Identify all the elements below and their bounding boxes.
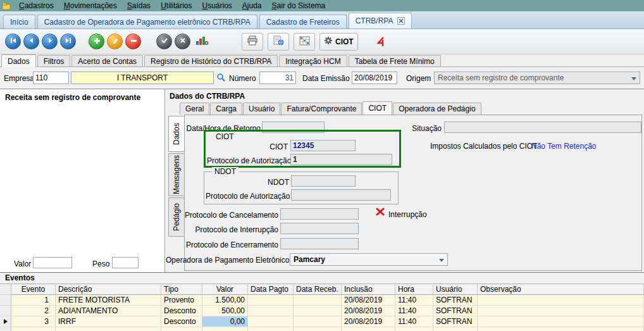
cell-usuario[interactable]: SOFTRAN [433,316,478,327]
cell-observacao[interactable] [478,316,644,327]
protocolo-cancelamento-input[interactable] [280,208,359,220]
ctrb-tab-geral[interactable]: Geral [180,103,209,115]
application-window: Cadastros Movimentações Saídas Utilitári… [0,0,644,331]
menu-ajuda[interactable]: Ajuda [237,1,267,11]
tab-cadastro-freteiros[interactable]: Cadastro de Freteiros [259,15,347,28]
chart-settings-button[interactable] [193,33,211,51]
cell-data-pagto[interactable] [248,306,294,316]
cell-data-receb[interactable] [294,306,342,316]
situacao-input[interactable] [444,122,641,133]
cell-inclusao[interactable]: 20/08/2019 [342,295,395,306]
page-tab-registro-historico[interactable]: Registro de Histórico do CTRB/RPA [144,55,278,66]
delete-record-button[interactable] [125,34,141,49]
cell-evento[interactable]: 3 [11,316,56,327]
protocolo-interrupcao-input[interactable] [280,223,359,234]
ndot-protocolo-label: Protocolo de Autorização [206,191,289,201]
cell-tipo[interactable]: Desconto [161,306,202,316]
cell-observacao[interactable] [478,295,644,306]
cell-descricao[interactable]: FRETE MOTORISTA [56,295,161,306]
print-button[interactable] [242,33,263,51]
menu-saidas[interactable]: Saídas [122,1,156,11]
numero-input[interactable] [259,72,296,84]
ctrb-tab-carga[interactable]: Carga [210,103,242,115]
side-tab-mensagens[interactable]: Mensagens [168,153,185,196]
add-record-button[interactable] [89,34,104,49]
cell-data-receb[interactable] [294,295,342,306]
confirm-button[interactable] [156,34,172,49]
col-header-evento: Evento [11,284,56,295]
row-selector-active[interactable] [0,316,11,327]
ctrb-tab-usuario[interactable]: Usuário [243,103,280,115]
next-record-button[interactable] [42,34,58,49]
protocolo-autorizacao-input[interactable] [290,154,392,165]
first-record-button[interactable] [5,34,21,49]
cell-observacao[interactable] [478,306,644,316]
origem-select[interactable]: Receita sem registro de comprovante [434,72,640,84]
side-tab-dados[interactable]: Dados [168,116,185,152]
spreadsheet-button[interactable] [294,33,315,51]
empresa-name-input[interactable] [71,72,214,84]
cancel-button[interactable] [175,34,190,49]
cell-valor[interactable]: 1.500,00 [202,295,248,306]
tab-cadastro-operadora[interactable]: Cadastro de Operadora de Pagamento eletr… [37,15,257,28]
ciot-input[interactable] [290,140,356,151]
minus-icon [130,37,137,46]
page-tab-tabela-frete-minimo[interactable]: Tabela de Frete Mínimo [349,55,441,66]
cell-descricao[interactable]: IRRF [56,316,161,327]
operadora-pagamento-select[interactable]: Pamcary [290,253,448,266]
page-tab-acerto-de-contas[interactable]: Acerto de Contas [71,55,143,66]
eventos-title: Eventos [0,273,644,284]
cell-hora[interactable]: 11:40 [395,306,433,316]
empresa-code-input[interactable] [33,72,69,84]
cell-tipo[interactable]: Desconto [161,316,202,327]
cell-data-pagto[interactable] [248,295,294,306]
ctrb-tab-operadora-pedagio[interactable]: Operadora de Pedágio [393,103,481,115]
report-button[interactable] [268,33,289,51]
row-selector [0,327,11,331]
data-emissao-input[interactable] [352,72,397,84]
main-area: Receita sem registro de comprovante Valo… [0,89,644,272]
tab-ctrb-rpa[interactable]: CTRB/RPA [349,13,412,28]
edit-record-button[interactable] [107,34,123,49]
page-tab-integracao-hcm[interactable]: Integração HCM [279,55,347,66]
toolbar: CIOT [0,29,644,54]
empty-cell [478,327,644,331]
protocolo-encerramento-input[interactable] [280,238,359,249]
row-selector[interactable] [0,306,11,316]
cell-usuario[interactable]: SOFTRAN [433,295,478,306]
menu-utilitarios[interactable]: Utilitários [156,1,197,11]
cell-hora[interactable]: 11:40 [395,316,433,327]
cell-inclusao[interactable]: 20/08/2019 [342,306,395,316]
menu-cadastros[interactable]: Cadastros [14,1,59,11]
close-tab-icon[interactable] [397,17,405,25]
cell-inclusao[interactable]: 20/08/2019 [342,316,395,327]
page-tab-filtros[interactable]: Filtros [37,55,71,66]
menu-usuarios[interactable]: Usuários [197,1,237,11]
menu-movimentacoes[interactable]: Movimentações [59,1,122,11]
valor-input[interactable] [33,257,72,268]
ctrb-tab-ciot[interactable]: CIOT [362,101,392,115]
cell-descricao[interactable]: ADIANTAMENTO [56,306,161,316]
cell-data-pagto[interactable] [248,316,294,327]
ciot-button[interactable]: CIOT [319,33,358,51]
cell-data-receb[interactable] [294,316,342,327]
cell-evento[interactable]: 2 [11,306,56,316]
header-form: Empresa Número Data Emissão Origem Recei… [0,67,644,89]
cell-hora[interactable]: 11:40 [395,295,433,306]
cell-valor-selected[interactable]: 0,00 [202,316,248,327]
last-record-button[interactable] [60,34,76,49]
tab-inicio[interactable]: Início [3,15,35,28]
cell-evento[interactable]: 1 [11,295,56,306]
ctrb-tab-fatura-comprovante[interactable]: Fatura/Comprovante [281,103,362,115]
page-tab-dados[interactable]: Dados [1,54,36,67]
search-icon[interactable] [216,73,226,82]
peso-input[interactable] [112,257,139,268]
cell-usuario[interactable]: SOFTRAN [433,306,478,316]
previous-record-button[interactable] [23,34,39,49]
ndot-protocolo-input[interactable] [291,189,391,201]
cell-valor[interactable]: 500,00 [202,306,248,316]
cell-tipo[interactable]: Provento [161,295,202,306]
menu-sair-do-sistema[interactable]: Sair do Sistema [267,1,331,11]
row-selector[interactable] [0,295,11,306]
ndot-input[interactable] [291,175,356,187]
